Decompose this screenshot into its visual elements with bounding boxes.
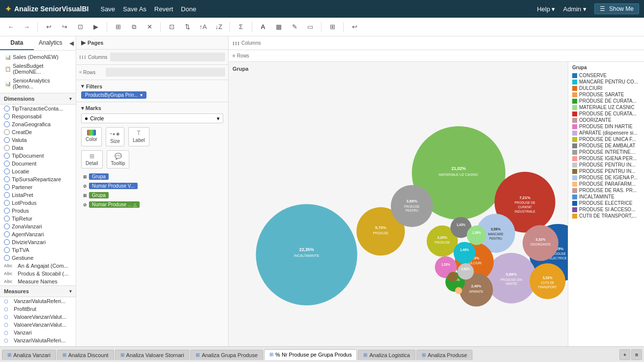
- toolbar-pencil[interactable]: ✎: [288, 20, 301, 34]
- legend-item-2[interactable]: DULCIURI: [572, 85, 640, 91]
- measure-ProfitBrut[interactable]: ⬡ ProfitBrut: [0, 305, 76, 313]
- toolbar-undo[interactable]: ↩: [42, 20, 56, 34]
- dim-TipTVA[interactable]: TipTVA: [0, 246, 76, 254]
- legend-item-17[interactable]: PRODUSE PARAFARM...: [572, 181, 640, 187]
- sheet-tab-analiza-valoare[interactable]: ⊞Analiza Valoare Stornari: [115, 350, 190, 360]
- dim-AnAngajat[interactable]: Abc An & Angajat (Com...: [0, 262, 76, 270]
- marks-label-btn[interactable]: T Label: [128, 127, 149, 146]
- legend-item-15[interactable]: PRODUSE PENTRU IN...: [572, 168, 640, 174]
- toolbar-highlight[interactable]: ▦: [272, 20, 286, 34]
- toolbar-pause[interactable]: ⊡: [73, 20, 87, 34]
- toolbar-new-sheet[interactable]: ⊞: [111, 20, 125, 34]
- dim-ProdusStocabil[interactable]: Abc Produs & Stocabil (...: [0, 270, 76, 278]
- new-sheet-btn[interactable]: +: [619, 349, 630, 360]
- help-menu[interactable]: Help ▾: [537, 5, 555, 13]
- dim-TipTranzactie[interactable]: TipTranzactieConta...: [0, 105, 76, 112]
- bubble-p092[interactable]: [458, 263, 474, 279]
- dim-TipSursa[interactable]: TipSursaRepartizare: [0, 175, 76, 183]
- legend-item-9[interactable]: APARATE (dispensere si...: [572, 130, 640, 136]
- show-me-button[interactable]: ☰ Show Me: [594, 3, 639, 14]
- dim-Partener[interactable]: Partener: [0, 183, 76, 191]
- sheet-tab-analiza-grupa[interactable]: ⊞Analiza Grupa Produse: [190, 350, 263, 360]
- measure-VanzariValuta[interactable]: ⬡ VanzariValutaReferi...: [0, 297, 76, 305]
- toolbar-rect[interactable]: ▭: [303, 20, 317, 34]
- bubble-small1[interactable]: [448, 272, 458, 282]
- toolbar-swap[interactable]: ⇅: [180, 20, 194, 34]
- menu-done[interactable]: Done: [181, 5, 196, 13]
- ds-item-3[interactable]: 📊 SeniorAnalytics (Demo...: [3, 76, 73, 91]
- toolbar-sum[interactable]: Σ: [234, 20, 248, 34]
- legend-item-6[interactable]: PRODUSE DE CURATA...: [572, 111, 640, 117]
- toolbar-back[interactable]: ←: [4, 20, 18, 34]
- toolbar-forward[interactable]: →: [20, 20, 33, 34]
- ds-item-1[interactable]: 📊 Sales (DemoNEW): [3, 53, 73, 61]
- legend-item-12[interactable]: PRODUSE INTRETINER...: [572, 149, 640, 155]
- marks-field-pill-2[interactable]: Numar Produse V...: [89, 183, 138, 189]
- measure-ValoareVanzan2[interactable]: ⬡ ValoareVanzanValut...: [0, 321, 76, 329]
- bubble-p148[interactable]: [454, 242, 475, 263]
- dim-Data[interactable]: Data: [0, 144, 76, 152]
- toolbar-text[interactable]: A: [256, 20, 270, 34]
- dim-Responsabil[interactable]: Responsabil: [0, 112, 76, 120]
- legend-item-18[interactable]: PRODUSE DE RAS. PR...: [572, 187, 640, 194]
- sheet-tab-analiza-produse[interactable]: ⊞Analiza Produse: [416, 350, 472, 360]
- marks-field-2[interactable]: ⊘ Numar Produse V...: [81, 182, 223, 190]
- toolbar-redo[interactable]: ↪: [58, 20, 71, 34]
- toolbar-share[interactable]: ↩: [348, 20, 361, 34]
- dim-DivizieVanzari[interactable]: DivizieVanzari: [0, 238, 76, 246]
- legend-item-5[interactable]: MATERIALE UZ CASNIC: [572, 104, 640, 111]
- toolbar-sort-asc[interactable]: ↑A: [196, 20, 210, 34]
- legend-item-7[interactable]: ODORIZANTE: [572, 117, 640, 123]
- marks-field-pill-1[interactable]: Grupa: [89, 173, 109, 180]
- viz-canvas[interactable]: Grupa 22,35% INCALTAMINTE 21,02% MATERIA…: [229, 62, 568, 346]
- marks-detail-btn[interactable]: ⊞ Detail: [81, 150, 103, 168]
- measure-DetaliiVanzari[interactable]: ⬡ DetaliiVanzari: [0, 344, 76, 346]
- legend-item-20[interactable]: PRODUSE ELECTRICE: [572, 200, 640, 206]
- marks-field-1[interactable]: ⊞ Grupa: [81, 172, 223, 181]
- columns-shelf-bar[interactable]: [110, 53, 225, 61]
- toolbar-dup-sheet[interactable]: ⧉: [127, 20, 141, 34]
- measures-header[interactable]: Measures ▾: [0, 285, 76, 297]
- toolbar-grid[interactable]: ⊞: [325, 20, 339, 34]
- tab-data[interactable]: Data: [0, 36, 34, 50]
- menu-revert[interactable]: Revert: [154, 5, 173, 13]
- sheet-tab-pct-nr-produse[interactable]: ⊞% Nr Produse pe Grupa Produs: [264, 349, 357, 360]
- dim-LotProdus[interactable]: LotProdus: [0, 199, 76, 207]
- legend-item-21[interactable]: PRODUSE SI ACCESO...: [572, 206, 640, 213]
- legend-item-16[interactable]: PRODUSE DE IGIENA P...: [572, 174, 640, 181]
- legend-item-3[interactable]: PRODUSE SARATE: [572, 91, 640, 98]
- menu-save-as[interactable]: Save As: [123, 5, 146, 13]
- toolbar-clear[interactable]: ✕: [143, 20, 156, 34]
- legend-item-14[interactable]: PRODUSE PENTRU IN...: [572, 162, 640, 168]
- dim-Locatie[interactable]: Locatie: [0, 167, 76, 175]
- dim-TipDocument[interactable]: TipDocument: [0, 152, 76, 160]
- legend-item-1[interactable]: MANCARE PENTRU CO...: [572, 79, 640, 85]
- dim-Document[interactable]: Document: [0, 160, 76, 167]
- sheet-tab-analiza-logistica[interactable]: ⊞Analiza Logistica: [358, 350, 415, 360]
- dim-ListaPret[interactable]: ListaPret: [0, 191, 76, 199]
- sheet-tab-analiza-discount[interactable]: ⊞Analiza Discount: [57, 350, 114, 360]
- toolbar-fit[interactable]: ⊡: [165, 20, 178, 34]
- dim-AgentVanzari[interactable]: AgentVanzari: [0, 230, 76, 238]
- rows-shelf-bar[interactable]: [106, 68, 225, 77]
- legend-item-4[interactable]: PRODUSE DE CURATA...: [572, 98, 640, 104]
- legend-item-11[interactable]: PRODUSE DE AMBALAT: [572, 142, 640, 149]
- ds-item-2[interactable]: 📋 SalesBudget (DemoNE...: [3, 61, 73, 76]
- dim-Gestiune[interactable]: Gestiune: [0, 254, 76, 262]
- tab-list-btn[interactable]: ≡: [631, 349, 642, 360]
- legend-item-22[interactable]: CUTII DE TRANSPORT,...: [572, 213, 640, 219]
- marks-field-pill-4[interactable]: Numar Produse ... △: [89, 201, 140, 208]
- dim-ZonaGeografica[interactable]: ZonaGeografica: [0, 120, 76, 128]
- toolbar-run[interactable]: ▶: [89, 20, 103, 34]
- toolbar-sort-desc[interactable]: ↓Z: [212, 20, 226, 34]
- bubble-p138[interactable]: [467, 225, 487, 245]
- marks-type-dropdown[interactable]: ● Circle ▾: [81, 113, 223, 123]
- marks-size-btn[interactable]: ● ● ● Size: [106, 127, 124, 146]
- marks-color-btn[interactable]: Color: [81, 127, 102, 146]
- legend-item-13[interactable]: PRODUSE IGIENA PER...: [572, 155, 640, 162]
- marks-field-4[interactable]: ⊘ Numar Produse ... △: [81, 200, 223, 209]
- dim-CreatDe[interactable]: CreatDe: [0, 128, 76, 136]
- filter-pill[interactable]: ProductsByGrupa Prin... ▾: [81, 91, 146, 99]
- marks-field-pill-3[interactable]: Grupa: [89, 192, 109, 198]
- dim-Produs[interactable]: Produs: [0, 207, 76, 215]
